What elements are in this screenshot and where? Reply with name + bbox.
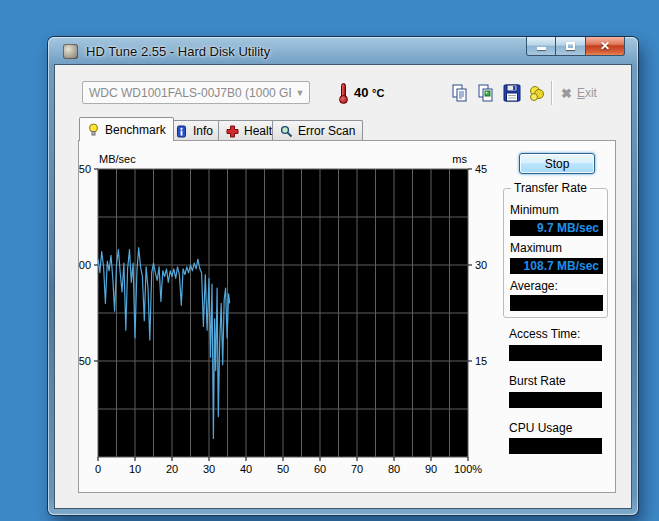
y-axis-left-unit: MB/sec xyxy=(99,153,136,165)
svg-text:70: 70 xyxy=(351,463,363,475)
options-icon xyxy=(527,83,547,103)
temperature-value: 40 °C xyxy=(354,85,384,100)
average-label: Average: xyxy=(510,279,558,293)
y-axis-right-unit: ms xyxy=(419,153,467,165)
transfer-rate-group-label: Transfer Rate xyxy=(511,181,590,195)
tab-error-scan[interactable]: Error Scan xyxy=(272,120,363,141)
benchmark-panel: 150100504530150102030405060708090100% MB… xyxy=(78,140,616,493)
exit-button[interactable]: ✖ Exit xyxy=(561,81,597,105)
chevron-down-icon: ▼ xyxy=(291,88,309,98)
health-cross-icon xyxy=(226,125,239,138)
info-icon xyxy=(175,125,188,138)
svg-text:30: 30 xyxy=(203,463,215,475)
svg-text:15: 15 xyxy=(475,355,487,367)
tab-error-scan-label: Error Scan xyxy=(298,124,355,138)
stop-button[interactable]: Stop xyxy=(519,153,595,174)
access-time-value xyxy=(509,345,602,361)
exit-icon: ✖ xyxy=(561,86,572,101)
thermometer-icon xyxy=(339,83,348,104)
minimum-label: Minimum xyxy=(510,203,559,217)
copy-icon xyxy=(450,83,470,103)
maximum-label: Maximum xyxy=(510,241,562,255)
cpu-usage-label: CPU Usage xyxy=(509,421,572,435)
maximize-icon xyxy=(566,42,575,50)
client-area: WDC WD1001FALS-00J7B0 (1000 GB) ▼ 40 °C xyxy=(55,65,631,508)
save-button[interactable] xyxy=(500,81,524,105)
drive-select[interactable]: WDC WD1001FALS-00J7B0 (1000 GB) ▼ xyxy=(82,81,310,104)
temperature-unit: °C xyxy=(372,87,384,99)
svg-text:50: 50 xyxy=(277,463,289,475)
tab-benchmark[interactable]: Benchmark xyxy=(79,117,174,141)
save-icon xyxy=(502,83,522,103)
minimum-value: 9.7 MB/sec xyxy=(510,220,603,236)
copy-text-button[interactable] xyxy=(448,81,472,105)
svg-text:45: 45 xyxy=(475,163,487,175)
svg-text:80: 80 xyxy=(388,463,400,475)
minimize-button[interactable] xyxy=(526,37,556,56)
copy-image-icon xyxy=(476,83,496,103)
close-button[interactable]: ✕ xyxy=(585,37,625,56)
toolbar-separator xyxy=(551,81,552,105)
svg-text:100%: 100% xyxy=(454,463,482,475)
svg-text:40: 40 xyxy=(240,463,252,475)
window-title: HD Tune 2.55 - Hard Disk Utility xyxy=(86,44,270,59)
maximize-button[interactable] xyxy=(556,37,585,56)
exit-label: Exit xyxy=(577,86,597,100)
maximum-value: 108.7 MB/sec xyxy=(510,258,603,274)
tab-benchmark-label: Benchmark xyxy=(105,123,166,137)
svg-text:0: 0 xyxy=(95,463,101,475)
desktop: HD Tune 2.55 - Hard Disk Utility ✕ WDC W… xyxy=(0,0,659,521)
magnifier-icon xyxy=(280,125,293,138)
svg-text:30: 30 xyxy=(475,259,487,271)
svg-text:50: 50 xyxy=(79,355,91,367)
window-controls: ✕ xyxy=(526,37,625,56)
app-icon xyxy=(63,44,78,59)
titlebar[interactable]: HD Tune 2.55 - Hard Disk Utility ✕ xyxy=(48,37,638,65)
average-value xyxy=(510,295,603,311)
tab-info-label: Info xyxy=(193,124,213,138)
copy-image-button[interactable] xyxy=(474,81,498,105)
burst-rate-value xyxy=(509,392,602,408)
cpu-usage-value xyxy=(509,438,602,454)
drive-select-value: WDC WD1001FALS-00J7B0 (1000 GB) xyxy=(83,86,291,100)
svg-text:60: 60 xyxy=(314,463,326,475)
close-icon: ✕ xyxy=(600,39,610,53)
burst-rate-label: Burst Rate xyxy=(509,374,566,388)
lightbulb-icon xyxy=(87,123,100,136)
transfer-rate-group: Transfer Rate Minimum 9.7 MB/sec Maximum… xyxy=(503,188,608,318)
svg-text:100: 100 xyxy=(79,259,91,271)
svg-text:10: 10 xyxy=(129,463,141,475)
minimize-icon xyxy=(537,47,546,50)
access-time-label: Access Time: xyxy=(509,327,580,341)
svg-text:90: 90 xyxy=(425,463,437,475)
tab-info[interactable]: Info xyxy=(167,120,221,141)
svg-text:20: 20 xyxy=(166,463,178,475)
hdtune-window: HD Tune 2.55 - Hard Disk Utility ✕ WDC W… xyxy=(48,37,638,515)
options-button[interactable] xyxy=(525,81,549,105)
svg-text:150: 150 xyxy=(79,163,91,175)
